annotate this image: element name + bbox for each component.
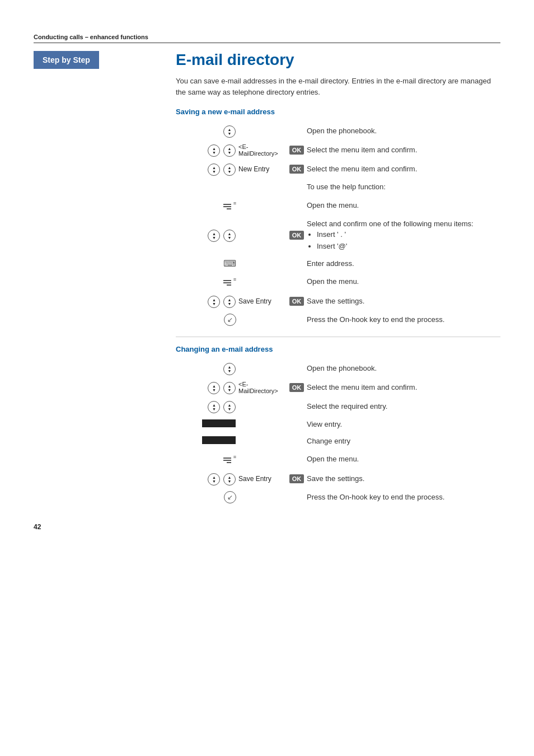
step-ok-cell (288, 272, 306, 292)
table-row: ↙ Press the On-hook key to end the proce… (176, 311, 500, 329)
saving-steps-table: ▲▼ Open the phonebook. ▲▼ ▲▼ <E-MailDire… (176, 122, 500, 329)
step-label-cell: <E-MailDirectory> (237, 141, 288, 160)
step-box-label: Step by Step (43, 55, 90, 64)
list-item: Insert ' . ' (317, 229, 499, 241)
step-ok-cell (288, 488, 306, 506)
step-label-cell: New Entry (237, 160, 288, 179)
list-item: Insert '@' (317, 241, 499, 253)
nav-icon-2: ▲▼ (223, 144, 236, 157)
step-ok-cell (288, 397, 306, 416)
step-label-cell: <E-MailDirectory> (237, 378, 288, 397)
step-desc-cell: Open the phonebook. (306, 122, 500, 141)
menu-icon-2 (219, 277, 231, 289)
step-icons-cell: ▲▼ ▲▼ (176, 469, 237, 488)
step-ok-cell (288, 416, 306, 433)
ok-button[interactable]: OK (289, 383, 305, 392)
step-desc-cell: Enter address. (306, 255, 500, 272)
step-label-cell (237, 449, 288, 469)
right-column: E-mail directory You can save e-mail add… (162, 51, 500, 108)
intro-text: You can save e-mail addresses in the e-m… (176, 76, 500, 97)
step-label-save-entry-2: Save Entry (237, 469, 288, 488)
ok-button[interactable]: OK (289, 474, 305, 483)
step-icons-cell: ≡ (176, 272, 237, 292)
step-desc-cell: Press the On-hook key to end the process… (306, 488, 500, 506)
step-icons-cell (176, 433, 237, 450)
step-icons-cell: ⌨ (176, 255, 237, 272)
step-icons-cell: ≡ (176, 195, 237, 216)
page: Conducting calls – enhanced functions St… (0, 0, 534, 756)
step-icons-cell: ▲▼ ▲▼ (176, 141, 237, 160)
step-by-step-box: Step by Step (34, 51, 99, 69)
nav-icon-c7: ▲▼ (223, 473, 236, 486)
step-label-cell (237, 216, 288, 255)
keyboard-icon: ⌨ (223, 259, 236, 268)
nav-icon-c1: ▲▼ (223, 363, 236, 375)
step-icons-cell: ▲▼ ▲▼ (176, 397, 237, 416)
display-rect-1 (202, 419, 236, 427)
page-title: E-mail directory (176, 51, 500, 69)
step-desc-cell: Select the menu item and confirm. (306, 160, 500, 179)
nav-icon-5: ▲▼ (208, 230, 220, 242)
steps-right: Saving a new e-mail address ▲▼ Open the … (162, 108, 500, 506)
step-label-cell (237, 179, 288, 195)
step-ok-cell: OK (288, 378, 306, 397)
nav-icon-8: ▲▼ (223, 296, 236, 308)
step-icons-cell: ▲▼ (176, 359, 237, 378)
step-icons-cell: ▲▼ ▲▼ (176, 378, 237, 397)
menu-icon-c1 (219, 454, 231, 466)
step-icons-cell: ▲▼ ▲▼ (176, 216, 237, 255)
step-label-cell (237, 311, 288, 329)
table-row: ↙ Press the On-hook key to end the proce… (176, 488, 500, 506)
section-header: Conducting calls – enhanced functions (34, 34, 500, 43)
table-row: Change entry (176, 433, 500, 450)
section-divider (176, 337, 500, 337)
menu-lines-icon-2: ≡ (233, 277, 236, 282)
table-row: ▲▼ Open the phonebook. (176, 359, 500, 378)
table-row: ▲▼ ▲▼ Select the required entry. (176, 397, 500, 416)
nav-icon-c4: ▲▼ (208, 401, 220, 413)
ok-button[interactable]: OK (289, 165, 305, 174)
table-row: ≡ Open the menu. (176, 195, 500, 216)
table-row: ▲▼ ▲▼ New Entry OK Select the menu item … (176, 160, 500, 179)
step-ok-cell (288, 179, 306, 195)
main-layout: Step by Step E-mail directory You can sa… (34, 51, 500, 108)
nav-icon-3: ▲▼ (208, 164, 220, 176)
step-desc-cell: Save the settings. (306, 292, 500, 311)
step-desc-cell: Open the menu. (306, 272, 500, 292)
nav-icon-c2: ▲▼ (208, 382, 220, 394)
step-ok-cell: OK (288, 141, 306, 160)
table-row: ≡ Open the menu. (176, 449, 500, 469)
section2-heading: Changing an e-mail address (176, 345, 500, 353)
step-ok-cell (288, 195, 306, 216)
step-desc-cell: Select and confirm one of the following … (306, 216, 500, 255)
display-rect-2 (202, 436, 236, 444)
table-row: ▲▼ ▲▼ OK Select and confirm one of the f… (176, 216, 500, 255)
step-desc-cell: Change entry (306, 433, 500, 450)
step-label-cell (237, 195, 288, 216)
step-desc-cell: Select the menu item and confirm. (306, 141, 500, 160)
step-ok-cell (288, 122, 306, 141)
step-icons-cell: ▲▼ ▲▼ (176, 160, 237, 179)
ok-button[interactable]: OK (289, 146, 305, 155)
step-desc-cell: Open the menu. (306, 195, 500, 216)
step-desc-cell: Open the phonebook. (306, 359, 500, 378)
step-desc-cell: Select the required entry. (306, 397, 500, 416)
step-desc-cell: Open the menu. (306, 449, 500, 469)
step-ok-cell (288, 255, 306, 272)
table-row: View entry. (176, 416, 500, 433)
step-ok-cell: OK (288, 160, 306, 179)
step-icons-cell: ≡ (176, 449, 237, 469)
step-icons-cell: ▲▼ ▲▼ (176, 292, 237, 311)
step-label-cell (237, 122, 288, 141)
page-number: 42 (34, 523, 500, 531)
ok-button[interactable]: OK (289, 297, 305, 306)
step-label-cell (237, 433, 288, 450)
step-desc-cell: Press the On-hook key to end the process… (306, 311, 500, 329)
step-desc-cell: To use the help function: (306, 179, 500, 195)
step-ok-cell (288, 311, 306, 329)
nav-icon-c6: ▲▼ (208, 473, 220, 486)
ok-button[interactable]: OK (289, 231, 305, 240)
step-ok-cell: OK (288, 469, 306, 488)
step-ok-cell: OK (288, 216, 306, 255)
table-row: ▲▼ ▲▼ Save Entry OK Save the settings. (176, 469, 500, 488)
